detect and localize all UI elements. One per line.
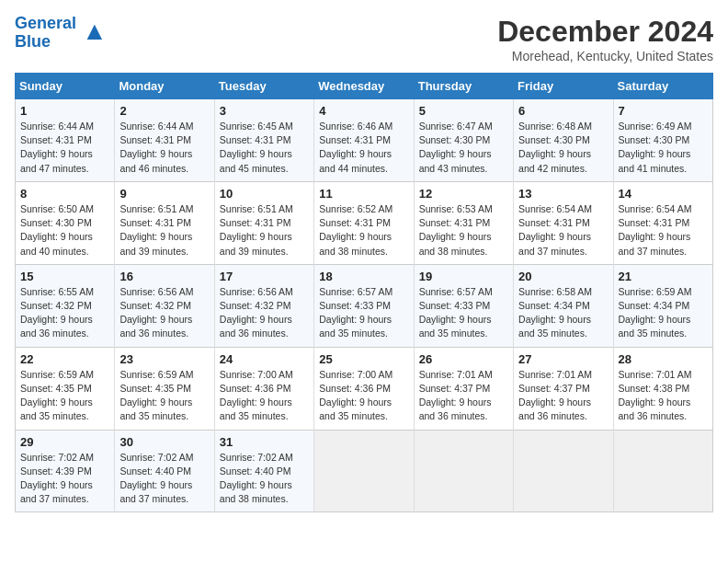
day-number: 2 [119, 104, 209, 118]
day-number: 16 [119, 270, 209, 283]
day-number: 28 [619, 352, 708, 366]
day-number: 19 [419, 270, 508, 283]
day-info: Sunrise: 6:59 AM Sunset: 4:35 PM Dayligh… [119, 368, 209, 424]
header-wednesday: Wednesday [314, 74, 414, 99]
logo-line2: Blue [15, 33, 76, 52]
header-friday: Friday [514, 74, 613, 99]
day-number: 3 [220, 104, 309, 118]
calendar-cell: 12Sunrise: 6:53 AM Sunset: 4:31 PM Dayli… [414, 181, 513, 264]
day-number: 4 [319, 104, 408, 118]
day-number: 5 [419, 104, 508, 118]
title-section: December 2024 Morehead, Kentucky, United… [497, 15, 713, 63]
day-info: Sunrise: 7:01 AM Sunset: 4:38 PM Dayligh… [619, 368, 708, 424]
day-info: Sunrise: 7:00 AM Sunset: 4:36 PM Dayligh… [319, 368, 408, 424]
calendar-cell: 28Sunrise: 7:01 AM Sunset: 4:38 PM Dayli… [613, 347, 712, 430]
day-info: Sunrise: 6:53 AM Sunset: 4:31 PM Dayligh… [419, 202, 508, 259]
day-number: 24 [220, 352, 309, 366]
calendar-cell [414, 430, 513, 512]
day-number: 13 [518, 187, 608, 201]
day-info: Sunrise: 6:46 AM Sunset: 4:31 PM Dayligh… [319, 120, 408, 176]
calendar-cell: 17Sunrise: 6:56 AM Sunset: 4:32 PM Dayli… [214, 264, 313, 347]
calendar-subtitle: Morehead, Kentucky, United States [497, 49, 713, 63]
calendar-cell: 23Sunrise: 6:59 AM Sunset: 4:35 PM Dayli… [115, 347, 214, 430]
calendar-cell: 16Sunrise: 6:56 AM Sunset: 4:32 PM Dayli… [115, 264, 214, 347]
day-info: Sunrise: 6:54 AM Sunset: 4:31 PM Dayligh… [518, 202, 608, 259]
calendar-cell: 5Sunrise: 6:47 AM Sunset: 4:30 PM Daylig… [414, 99, 513, 182]
day-info: Sunrise: 7:01 AM Sunset: 4:37 PM Dayligh… [518, 368, 608, 424]
day-info: Sunrise: 6:52 AM Sunset: 4:31 PM Dayligh… [319, 202, 408, 259]
header-monday: Monday [115, 74, 214, 99]
calendar-cell: 9Sunrise: 6:51 AM Sunset: 4:31 PM Daylig… [115, 181, 214, 264]
day-number: 22 [20, 352, 109, 366]
day-info: Sunrise: 6:57 AM Sunset: 4:33 PM Dayligh… [419, 285, 508, 341]
day-info: Sunrise: 7:02 AM Sunset: 4:39 PM Dayligh… [20, 451, 109, 507]
day-info: Sunrise: 7:02 AM Sunset: 4:40 PM Dayligh… [119, 451, 209, 507]
header-thursday: Thursday [414, 74, 513, 99]
day-info: Sunrise: 6:49 AM Sunset: 4:30 PM Dayligh… [619, 120, 708, 176]
day-number: 14 [619, 187, 708, 201]
day-info: Sunrise: 6:54 AM Sunset: 4:31 PM Dayligh… [619, 202, 708, 259]
calendar-cell: 31Sunrise: 7:02 AM Sunset: 4:40 PM Dayli… [214, 430, 313, 512]
day-number: 30 [119, 435, 209, 449]
calendar-cell: 21Sunrise: 6:59 AM Sunset: 4:34 PM Dayli… [613, 264, 712, 347]
week-row-3: 15Sunrise: 6:55 AM Sunset: 4:32 PM Dayli… [16, 264, 713, 347]
day-number: 21 [619, 270, 708, 283]
day-number: 20 [518, 270, 608, 283]
week-row-2: 8Sunrise: 6:50 AM Sunset: 4:30 PM Daylig… [16, 181, 713, 264]
calendar-cell: 25Sunrise: 7:00 AM Sunset: 4:36 PM Dayli… [314, 347, 414, 430]
calendar-cell: 2Sunrise: 6:44 AM Sunset: 4:31 PM Daylig… [115, 99, 214, 182]
calendar-cell: 27Sunrise: 7:01 AM Sunset: 4:37 PM Dayli… [514, 347, 613, 430]
calendar-cell: 6Sunrise: 6:48 AM Sunset: 4:30 PM Daylig… [514, 99, 613, 182]
day-number: 25 [319, 352, 408, 366]
day-info: Sunrise: 6:51 AM Sunset: 4:31 PM Dayligh… [220, 202, 309, 259]
day-info: Sunrise: 6:44 AM Sunset: 4:31 PM Dayligh… [20, 120, 109, 176]
header-tuesday: Tuesday [214, 74, 313, 99]
calendar-cell: 8Sunrise: 6:50 AM Sunset: 4:30 PM Daylig… [16, 181, 115, 264]
day-info: Sunrise: 6:47 AM Sunset: 4:30 PM Dayligh… [419, 120, 508, 176]
calendar-cell: 24Sunrise: 7:00 AM Sunset: 4:36 PM Dayli… [214, 347, 313, 430]
day-number: 26 [419, 352, 508, 366]
calendar-cell: 22Sunrise: 6:59 AM Sunset: 4:35 PM Dayli… [16, 347, 115, 430]
calendar-cell: 29Sunrise: 7:02 AM Sunset: 4:39 PM Dayli… [16, 430, 115, 512]
calendar-cell: 3Sunrise: 6:45 AM Sunset: 4:31 PM Daylig… [214, 99, 313, 182]
calendar-table: SundayMondayTuesdayWednesdayThursdayFrid… [15, 73, 713, 512]
week-row-4: 22Sunrise: 6:59 AM Sunset: 4:35 PM Dayli… [16, 347, 713, 430]
day-number: 29 [20, 435, 109, 449]
calendar-cell [514, 430, 613, 512]
day-info: Sunrise: 6:45 AM Sunset: 4:31 PM Dayligh… [220, 120, 309, 176]
day-info: Sunrise: 6:59 AM Sunset: 4:35 PM Dayligh… [20, 368, 109, 424]
day-info: Sunrise: 6:56 AM Sunset: 4:32 PM Dayligh… [119, 285, 209, 341]
calendar-cell: 10Sunrise: 6:51 AM Sunset: 4:31 PM Dayli… [214, 181, 313, 264]
day-number: 1 [20, 104, 109, 118]
calendar-cell: 11Sunrise: 6:52 AM Sunset: 4:31 PM Dayli… [314, 181, 414, 264]
logo-bird-icon: ▲ [82, 17, 108, 46]
calendar-title: December 2024 [497, 15, 713, 49]
day-info: Sunrise: 6:55 AM Sunset: 4:32 PM Dayligh… [20, 285, 109, 341]
calendar-cell: 30Sunrise: 7:02 AM Sunset: 4:40 PM Dayli… [115, 430, 214, 512]
day-number: 10 [220, 187, 309, 201]
calendar-cell: 18Sunrise: 6:57 AM Sunset: 4:33 PM Dayli… [314, 264, 414, 347]
week-row-1: 1Sunrise: 6:44 AM Sunset: 4:31 PM Daylig… [16, 99, 713, 182]
day-info: Sunrise: 7:01 AM Sunset: 4:37 PM Dayligh… [419, 368, 508, 424]
day-number: 23 [119, 352, 209, 366]
day-number: 9 [119, 187, 209, 201]
header-sunday: Sunday [16, 74, 115, 99]
header-saturday: Saturday [613, 74, 712, 99]
calendar-cell: 15Sunrise: 6:55 AM Sunset: 4:32 PM Dayli… [16, 264, 115, 347]
logo-line1: General [15, 15, 76, 33]
day-info: Sunrise: 6:51 AM Sunset: 4:31 PM Dayligh… [119, 202, 209, 259]
day-info: Sunrise: 7:02 AM Sunset: 4:40 PM Dayligh… [220, 451, 309, 507]
day-info: Sunrise: 6:58 AM Sunset: 4:34 PM Dayligh… [518, 285, 608, 341]
day-info: Sunrise: 6:48 AM Sunset: 4:30 PM Dayligh… [518, 120, 608, 176]
day-info: Sunrise: 6:50 AM Sunset: 4:30 PM Dayligh… [20, 202, 109, 259]
calendar-cell: 14Sunrise: 6:54 AM Sunset: 4:31 PM Dayli… [613, 181, 712, 264]
day-info: Sunrise: 6:57 AM Sunset: 4:33 PM Dayligh… [319, 285, 408, 341]
day-info: Sunrise: 6:56 AM Sunset: 4:32 PM Dayligh… [220, 285, 309, 341]
day-info: Sunrise: 7:00 AM Sunset: 4:36 PM Dayligh… [220, 368, 309, 424]
logo: General Blue ▲ [15, 15, 108, 52]
calendar-cell: 4Sunrise: 6:46 AM Sunset: 4:31 PM Daylig… [314, 99, 414, 182]
calendar-cell [314, 430, 414, 512]
calendar-cell: 1Sunrise: 6:44 AM Sunset: 4:31 PM Daylig… [16, 99, 115, 182]
day-number: 31 [220, 435, 309, 449]
week-row-5: 29Sunrise: 7:02 AM Sunset: 4:39 PM Dayli… [16, 430, 713, 512]
